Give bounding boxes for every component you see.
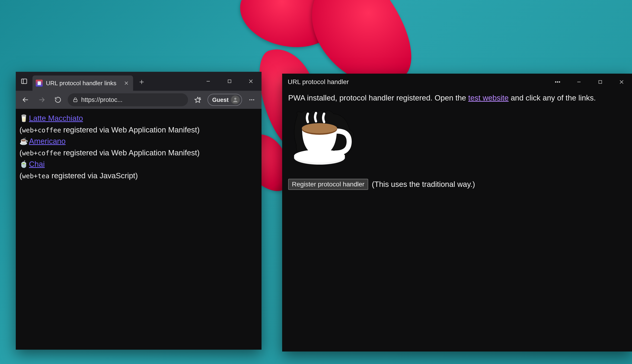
pwa-titlebar[interactable]: URL protocol handler bbox=[282, 74, 632, 90]
svg-rect-0 bbox=[22, 79, 27, 84]
forward-button[interactable] bbox=[35, 93, 48, 106]
new-tab-button[interactable] bbox=[136, 79, 147, 85]
avatar-icon bbox=[231, 96, 240, 104]
drink-link-americano[interactable]: Americano bbox=[29, 136, 66, 147]
profile-label: Guest bbox=[212, 96, 229, 103]
refresh-button[interactable] bbox=[52, 93, 65, 106]
tab-title: URL protocol handler links bbox=[46, 80, 116, 87]
tab-actions-icon[interactable] bbox=[16, 78, 33, 85]
maximize-button[interactable] bbox=[219, 74, 240, 88]
drink-emoji-icon: ☕ bbox=[20, 136, 28, 146]
drink-emoji-icon: 🥛 bbox=[20, 113, 28, 124]
drink-link-chai[interactable]: Chai bbox=[29, 158, 45, 170]
close-window-button[interactable] bbox=[240, 74, 262, 88]
app-menu-button[interactable] bbox=[547, 75, 568, 89]
svg-rect-12 bbox=[74, 100, 77, 102]
browser-window: 🧾 URL protocol handler links bbox=[16, 72, 262, 350]
close-tab-icon[interactable] bbox=[124, 80, 129, 86]
register-protocol-button[interactable]: Register protocol handler bbox=[288, 179, 368, 190]
svg-point-19 bbox=[253, 99, 254, 100]
svg-point-22 bbox=[559, 82, 560, 83]
address-url: https://protoc... bbox=[81, 96, 123, 104]
browser-tab[interactable]: 🧾 URL protocol handler links bbox=[33, 76, 133, 91]
svg-rect-24 bbox=[599, 80, 602, 84]
link-detail: (web+coffee registered via Web Applicati… bbox=[20, 147, 258, 158]
svg-point-20 bbox=[555, 82, 556, 83]
favorites-button[interactable] bbox=[191, 93, 204, 106]
drink-emoji-icon: 🍵 bbox=[20, 159, 28, 169]
close-window-button[interactable] bbox=[611, 75, 632, 89]
favicon-icon: 🧾 bbox=[36, 80, 43, 86]
page-content: 🥛 Latte Macchiato (web+coffee registered… bbox=[16, 109, 262, 350]
pwa-content: PWA installed, protocol handler register… bbox=[282, 90, 632, 352]
svg-rect-7 bbox=[228, 80, 231, 83]
back-button[interactable] bbox=[19, 93, 32, 106]
drink-link-latte[interactable]: Latte Macchiato bbox=[29, 112, 83, 124]
minimize-button[interactable] bbox=[568, 75, 589, 89]
svg-point-21 bbox=[557, 82, 558, 83]
link-detail: (web+tea registered via JavaScript) bbox=[20, 170, 258, 182]
browser-titlebar[interactable]: 🧾 URL protocol handler links bbox=[16, 72, 262, 91]
svg-point-18 bbox=[251, 99, 253, 100]
coffee-cup-icon bbox=[288, 108, 362, 173]
lock-icon bbox=[72, 97, 78, 103]
test-website-link[interactable]: test website bbox=[468, 94, 509, 102]
svg-point-17 bbox=[250, 99, 251, 100]
profile-button[interactable]: Guest bbox=[207, 94, 242, 106]
address-bar[interactable]: https://protoc... bbox=[68, 93, 188, 106]
link-detail: (web+coffee registered via Web Applicati… bbox=[20, 124, 258, 136]
browser-toolbar: https://protoc... Guest bbox=[16, 91, 262, 109]
svg-point-30 bbox=[302, 123, 337, 133]
maximize-button[interactable] bbox=[589, 75, 611, 89]
register-note: (This uses the traditional way.) bbox=[372, 180, 475, 189]
svg-point-16 bbox=[234, 98, 236, 100]
pwa-status-text: PWA installed, protocol handler register… bbox=[288, 94, 626, 102]
minimize-button[interactable] bbox=[197, 74, 219, 88]
pwa-window: URL protocol handler PWA installed, prot… bbox=[282, 74, 632, 352]
pwa-title: URL protocol handler bbox=[288, 78, 349, 86]
more-menu-button[interactable] bbox=[245, 93, 258, 106]
